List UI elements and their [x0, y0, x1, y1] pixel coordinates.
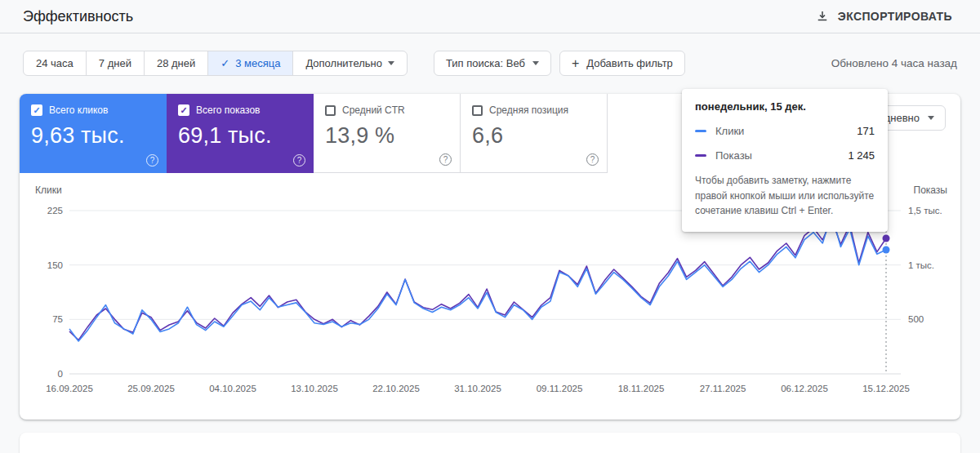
help-icon[interactable]: ?	[439, 153, 452, 166]
page-header: Эффективность ЭКСПОРТИРОВАТЬ	[0, 0, 980, 33]
metric-card-total-impressions[interactable]: ✓ Всего показов 69,1 тыс. ?	[167, 94, 314, 173]
tooltip-clicks-value: 171	[857, 125, 875, 137]
clicks-legend-icon	[695, 130, 706, 132]
chart-tooltip: понедельник, 15 дек. Клики 171 Показы 1 …	[682, 89, 888, 232]
add-filter-label: Добавить фильтр	[586, 57, 673, 69]
tooltip-clicks-label: Клики	[715, 125, 744, 137]
svg-text:06.12.2025: 06.12.2025	[781, 384, 828, 393]
svg-text:04.10.2025: 04.10.2025	[209, 384, 256, 393]
metric-card-average-ctr[interactable]: Средний CTR 13,9 % ?	[314, 94, 461, 173]
download-icon	[815, 9, 830, 24]
svg-text:27.11.2025: 27.11.2025	[700, 384, 746, 393]
help-icon[interactable]: ?	[293, 154, 305, 167]
position-checkbox-unchecked-icon[interactable]	[472, 105, 483, 116]
range-28d-label: 28 дней	[157, 57, 195, 69]
svg-text:22.10.2025: 22.10.2025	[372, 384, 420, 393]
metric-value: 69,1 тыс.	[178, 123, 302, 149]
svg-text:225: 225	[47, 206, 63, 215]
chevron-down-icon	[532, 61, 539, 65]
svg-text:500: 500	[908, 314, 924, 324]
impressions-legend-icon	[695, 154, 706, 157]
range-24h-label: 24 часа	[36, 57, 74, 69]
metric-value: 13,9 %	[325, 123, 448, 149]
search-type-filter[interactable]: Тип поиска: Веб	[434, 51, 551, 76]
export-button[interactable]: ЭКСПОРТИРОВАТЬ	[810, 8, 957, 24]
range-28d-button[interactable]: 28 дней	[144, 51, 208, 76]
check-icon: ✓	[220, 57, 229, 69]
more-ranges-button[interactable]: Дополнительно	[292, 51, 408, 76]
svg-text:16.09.2025: 16.09.2025	[46, 384, 93, 393]
chevron-down-icon	[928, 116, 934, 120]
tooltip-row-clicks: Клики 171	[695, 125, 875, 137]
metric-label: Всего показов	[196, 104, 260, 116]
search-type-label: Тип поиска: Веб	[446, 57, 525, 69]
filter-bar: 24 часа 7 дней 28 дней ✓ 3 месяца Дополн…	[0, 33, 980, 84]
page-title: Эффективность	[23, 8, 133, 25]
svg-text:09.11.2025: 09.11.2025	[537, 384, 583, 393]
more-ranges-label: Дополнительно	[305, 57, 382, 69]
svg-text:150: 150	[47, 260, 63, 270]
metric-card-total-clicks[interactable]: ✓ Всего кликов 9,63 тыс. ?	[20, 94, 167, 173]
performance-card: ✓ Всего кликов 9,63 тыс. ? ✓ Всего показ…	[20, 94, 960, 420]
left-axis-title: Клики	[35, 184, 62, 196]
range-7d-button[interactable]: 7 дней	[86, 51, 145, 76]
range-7d-label: 7 дней	[99, 57, 131, 69]
svg-text:31.10.2025: 31.10.2025	[454, 384, 501, 393]
help-icon[interactable]: ?	[146, 154, 158, 167]
svg-text:1,5 тыс.: 1,5 тыс.	[908, 206, 942, 215]
date-range-group: 24 часа 7 дней 28 дней ✓ 3 месяца Дополн…	[23, 51, 408, 76]
metric-value: 6,6	[472, 123, 595, 149]
add-filter-button[interactable]: + Добавить фильтр	[559, 51, 685, 76]
metric-label: Всего кликов	[49, 104, 108, 116]
right-axis-title: Показы	[914, 184, 947, 196]
svg-text:18.11.2025: 18.11.2025	[618, 384, 665, 393]
metric-card-average-position[interactable]: Средняя позиция 6,6 ?	[461, 94, 608, 173]
clicks-checkbox-checked-icon[interactable]: ✓	[31, 104, 42, 116]
metric-value: 9,63 тыс.	[31, 123, 155, 149]
metric-label: Средняя позиция	[489, 104, 568, 116]
range-3m-label: 3 месяца	[235, 57, 280, 69]
svg-text:25.09.2025: 25.09.2025	[127, 384, 175, 393]
tooltip-row-impressions: Показы 1 245	[695, 149, 875, 162]
svg-text:0: 0	[58, 369, 63, 379]
last-updated-text: Обновлено 4 часа назад	[831, 57, 957, 69]
impressions-checkbox-checked-icon[interactable]: ✓	[178, 104, 189, 116]
ctr-checkbox-unchecked-icon[interactable]	[325, 105, 336, 116]
next-section-card	[20, 433, 960, 453]
chevron-down-icon	[388, 61, 394, 65]
svg-text:1 тыс.: 1 тыс.	[908, 260, 934, 270]
plus-icon: +	[572, 57, 579, 70]
svg-text:75: 75	[52, 314, 63, 324]
tooltip-date: понедельник, 15 дек.	[695, 100, 875, 113]
range-3m-button[interactable]: ✓ 3 месяца	[207, 51, 293, 76]
svg-text:15.12.2025: 15.12.2025	[862, 384, 910, 393]
svg-text:13.10.2025: 13.10.2025	[291, 384, 338, 393]
range-24h-button[interactable]: 24 часа	[23, 51, 87, 76]
help-icon[interactable]: ?	[586, 153, 599, 166]
tooltip-note: Чтобы добавить заметку, нажмите правой к…	[695, 173, 875, 219]
metric-label: Средний CTR	[342, 104, 405, 116]
export-label: ЭКСПОРТИРОВАТЬ	[838, 10, 952, 23]
tooltip-impressions-value: 1 245	[848, 149, 875, 162]
tooltip-impressions-label: Показы	[715, 149, 752, 162]
